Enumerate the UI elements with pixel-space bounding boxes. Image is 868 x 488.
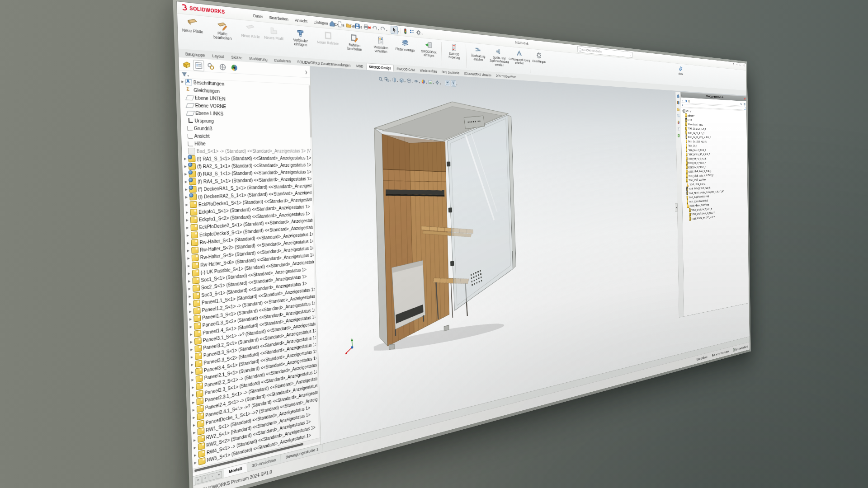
view-palette-icon[interactable] [677,113,680,118]
expand-arrow-icon[interactable]: ▶ [186,211,190,215]
expand-arrow-icon[interactable]: ▶ [191,362,195,367]
library-tool-item[interactable]: T9303_Dia_13.08_NL16_R [681,139,747,144]
menu-item-ansicht[interactable]: Ansicht [292,17,311,23]
expand-arrow-icon[interactable]: ▶ [189,286,193,291]
next-tab-icon[interactable]: › [209,472,216,481]
view-orientation-icon[interactable] [399,77,404,83]
expand-arrow-icon[interactable]: ▶ [194,453,198,458]
ribbon-button-clamp[interactable]: Verbinder einfügen [285,24,316,59]
chevrons-right-icon[interactable]: » [681,93,682,98]
displaymanager-icon[interactable] [229,62,240,73]
expand-arrow-icon[interactable]: ▶ [188,279,193,283]
chevron-down-icon[interactable]: ▾ [412,80,413,83]
home-icon[interactable] [328,19,335,28]
chevron-down-icon[interactable]: ▾ [386,28,387,32]
expand-arrow-icon[interactable]: ▶ [192,385,196,389]
zoom-fit-icon[interactable] [378,76,383,82]
redo-icon[interactable] [380,25,387,33]
chevron-down-icon[interactable]: ▾ [419,81,420,84]
chevron-down-icon[interactable]: ▾ [390,79,391,82]
swood-settings-icon[interactable] [677,133,680,138]
undo-icon[interactable] [371,24,378,32]
file-explorer-icon[interactable] [677,107,680,111]
status-units[interactable]: Benutzerdefiniert [733,345,748,352]
chevron-down-icon[interactable]: ▾ [422,33,423,35]
chevron-down-icon[interactable]: ▾ [456,83,457,86]
chevron-down-icon[interactable]: ▾ [433,82,434,84]
save-icon[interactable] [354,22,361,30]
expand-arrow-icon[interactable]: ▶ [186,218,190,222]
options-gear-icon[interactable] [415,28,422,36]
restore-icon[interactable]: ❐ [740,63,741,66]
chevron-right-icon[interactable]: ❯ [305,70,307,74]
library-book-icon[interactable] [688,99,690,102]
rebuild-traffic-light-icon[interactable] [402,27,408,35]
expand-arrow-icon[interactable]: ▶ [188,272,192,276]
ribbon-button-board-edit[interactable]: Platte bearbeiten [205,16,240,53]
sauna-3d-model[interactable] [367,92,518,356]
expand-arrow-icon[interactable]: ▶ [190,340,195,344]
menu-item-datei[interactable]: Datei [250,12,266,19]
search-icon[interactable] [740,102,742,105]
tab-mbd[interactable]: MBD [354,62,366,70]
expand-arrow-icon[interactable]: ▶ [193,415,197,420]
expand-arrow-icon[interactable]: ▶ [192,400,197,404]
refresh-icon[interactable] [743,106,746,111]
chevron-down-icon[interactable]: ▾ [352,25,354,28]
filter-display-icon[interactable] [451,80,456,87]
select-cursor-icon[interactable] [391,26,398,35]
expand-arrow-icon[interactable]: ▶ [193,445,198,450]
tree-item[interactable]: Höhe [181,140,310,147]
expand-arrow-icon[interactable]: ▶ [189,317,194,321]
expand-arrow-icon[interactable]: ▶ [189,302,193,306]
view-settings-icon[interactable] [435,80,440,85]
expand-arrow-icon[interactable]: ▶ [193,408,197,412]
hide-show-icon[interactable] [414,78,419,84]
ribbon-button-ebene[interactable]: Ebene [677,64,684,76]
chevron-down-icon[interactable]: ▾ [378,28,379,31]
prev-tab-icon[interactable]: ‹ [202,474,208,483]
new-doc-icon[interactable] [336,20,343,28]
ribbon-button-report[interactable]: SWOOD Reporting [443,40,466,70]
expand-arrow-icon[interactable]: ▶ [187,233,191,237]
save-library-icon[interactable] [684,99,687,102]
help-icon[interactable]: ? [732,63,734,66]
expand-arrow-icon[interactable]: ▶ [189,310,193,314]
home-icon[interactable] [677,94,680,98]
section-view-icon[interactable] [392,77,397,83]
close-icon[interactable]: ✕ [743,64,745,67]
chevron-down-icon[interactable]: ▾ [426,81,427,84]
expand-arrow-icon[interactable]: ▶ [192,393,196,397]
dimxpertmanager-icon[interactable] [217,61,228,72]
print-icon[interactable] [363,23,369,31]
ribbon-button-frame-edit[interactable]: Rahmen bearbeiten [340,30,368,62]
ribbon-button-box-green[interactable]: SWOODBox einfügen [417,38,441,68]
chevron-down-icon[interactable]: ▾ [361,26,362,29]
chevron-down-icon[interactable]: ▾ [369,27,371,30]
expand-arrow-icon[interactable]: ▶ [193,438,198,442]
menu-item-bearbeiten[interactable]: Bearbeiten [266,14,292,22]
tree-item[interactable]: Bad_S<1> -> (Standard) <<Standard>_Anzei… [182,147,311,155]
expand-arrow-icon[interactable]: ▶ [186,226,191,230]
featuremanager-tree-icon[interactable] [181,59,192,70]
last-tab-icon[interactable]: » [216,470,222,479]
chevron-down-icon[interactable]: ▾ [343,24,344,27]
expand-arrow-icon[interactable]: ▶ [190,332,194,337]
ribbon-button-joint2[interactable]: Schlitz- und Zapfenverbindung erstellen [489,45,510,73]
chevron-down-icon[interactable]: ▾ [398,30,399,33]
design-library-icon[interactable] [677,100,680,105]
custom-properties-icon[interactable] [677,127,680,131]
ribbon-button-board[interactable]: Neue Platte [179,14,206,51]
expand-arrow-icon[interactable]: ▶ [188,264,192,268]
machining-setup-icon[interactable] [681,98,684,102]
library-tool-item[interactable]: T9304_Dia_8 [681,144,747,148]
graphics-viewport[interactable]: ▾▾▾▾▾▾▾▾▾ [310,66,750,444]
ribbon-button-joint1[interactable]: Überblattung erstellen [467,42,489,71]
expand-arrow-icon[interactable]: ▶ [187,256,192,260]
ribbon-button-joint3[interactable]: Gehrungsverbindung erstellen [509,47,529,75]
ribbon-button-gear[interactable]: Einstellungen [531,49,547,75]
pin-icon[interactable]: 📌 [744,97,746,102]
display-style-icon[interactable] [406,78,411,84]
display-settings-icon[interactable] [409,28,415,36]
chevron-down-icon[interactable]: ▾ [440,82,441,85]
